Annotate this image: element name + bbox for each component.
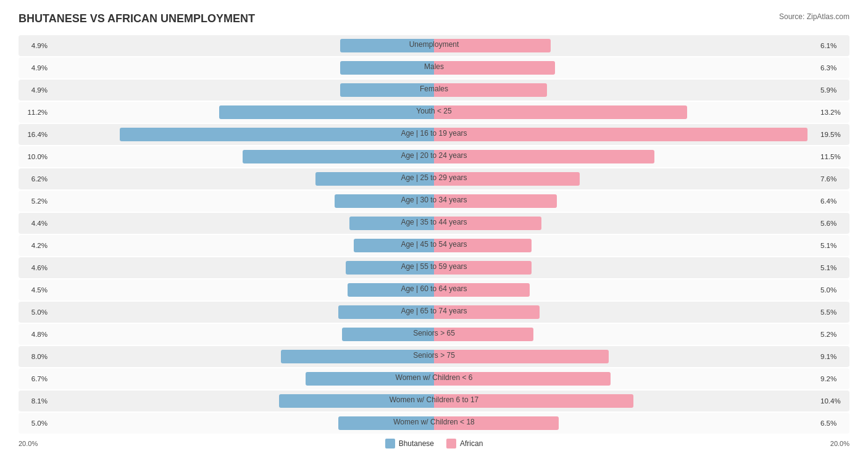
bar-area: Age | 16 to 19 years [51,124,817,145]
pink-bar [434,128,807,141]
half-right [434,57,817,78]
half-left [51,213,434,234]
blue-value: 10.0% [19,153,51,160]
pink-value: 5.6% [817,220,849,227]
blue-value: 5.2% [19,197,51,205]
half-left [51,235,434,256]
blue-value: 11.2% [19,109,51,116]
row-label: Age | 35 to 44 years [401,218,467,226]
half-right [434,168,817,189]
bar-row: 4.2%Age | 45 to 54 years5.1% [19,235,849,256]
row-label: Seniors > 65 [413,329,455,337]
half-left [51,191,434,212]
half-left [51,146,434,167]
half-right [434,80,817,101]
half-right [434,124,817,145]
half-left [51,413,434,434]
half-right [434,413,817,434]
pink-value: 5.1% [817,242,849,249]
blue-value: 4.2% [19,242,51,249]
chart-header: BHUTANESE VS AFRICAN UNEMPLOYMENT Source… [19,12,849,25]
blue-value: 4.9% [19,64,51,72]
pink-value: 5.9% [817,86,849,94]
blue-value: 16.4% [19,131,51,138]
chart-container: BHUTANESE VS AFRICAN UNEMPLOYMENT Source… [19,12,849,448]
row-label: Age | 55 to 59 years [401,262,467,271]
blue-bar [219,105,434,119]
bar-area: Age | 30 to 34 years [51,191,817,212]
bar-row: 4.6%Age | 55 to 59 years5.1% [19,257,849,278]
blue-value: 5.0% [19,308,51,316]
blue-value: 8.1% [19,397,51,405]
row-label: Seniors > 75 [413,351,455,360]
bar-row: 10.0%Age | 20 to 24 years11.5% [19,146,849,167]
blue-bar [281,350,434,363]
bar-area: Unemployment [51,35,817,56]
bar-area: Age | 25 to 29 years [51,168,817,189]
legend-bhutanese-label: Bhutanese [399,439,434,448]
half-left [51,102,434,123]
footer-scale-right: 20.0% [830,440,849,447]
half-left [51,368,434,389]
half-left [51,302,434,323]
bar-area: Women w/ Children < 6 [51,368,817,389]
bar-area: Women w/ Children 6 to 17 [51,391,817,411]
bar-row: 4.4%Age | 35 to 44 years5.6% [19,213,849,234]
bar-area: Seniors > 75 [51,346,817,367]
row-label: Age | 65 to 74 years [401,307,467,315]
half-left [51,80,434,101]
half-right [434,213,817,234]
pink-value: 6.3% [817,64,849,72]
blue-value: 4.5% [19,286,51,294]
row-label: Males [424,62,444,71]
half-left [51,168,434,189]
pink-value: 5.0% [817,286,849,294]
half-left [51,391,434,411]
pink-value: 5.5% [817,308,849,316]
half-right [434,235,817,256]
pink-value: 19.5% [817,131,849,138]
pink-bar [434,105,687,119]
bar-row: 11.2%Youth < 2513.2% [19,102,849,123]
legend: Bhutanese African [38,439,830,448]
legend-bhutanese: Bhutanese [385,439,434,448]
blue-value: 6.7% [19,375,51,382]
row-label: Age | 45 to 54 years [401,240,467,249]
blue-bar [340,61,434,75]
blue-value: 4.9% [19,86,51,94]
bar-row: 16.4%Age | 16 to 19 years19.5% [19,124,849,145]
half-right [434,35,817,56]
bar-area: Males [51,57,817,78]
pink-value: 13.2% [817,109,849,116]
half-left [51,124,434,145]
half-left [51,279,434,300]
bar-row: 4.9%Males6.3% [19,57,849,78]
bar-area: Age | 20 to 24 years [51,146,817,167]
bar-row: 5.2%Age | 30 to 34 years6.4% [19,191,849,212]
half-left [51,257,434,278]
blue-value: 6.2% [19,175,51,183]
bar-row: 5.0%Women w/ Children < 186.5% [19,413,849,434]
row-label: Age | 25 to 29 years [401,173,467,182]
bar-area: Youth < 25 [51,102,817,123]
half-left [51,346,434,367]
pink-value: 7.6% [817,175,849,183]
pink-value: 5.2% [817,331,849,338]
blue-value: 4.8% [19,331,51,338]
bar-area: Age | 35 to 44 years [51,213,817,234]
blue-value: 4.4% [19,220,51,227]
bar-row: 4.5%Age | 60 to 64 years5.0% [19,279,849,300]
row-label: Unemployment [409,40,459,49]
half-left [51,35,434,56]
bar-row: 6.7%Women w/ Children < 69.2% [19,368,849,389]
half-left [51,324,434,345]
pink-value: 6.1% [817,42,849,49]
bar-area: Age | 65 to 74 years [51,302,817,323]
pink-bar [434,83,547,97]
bar-row: 4.9%Females5.9% [19,80,849,101]
bar-area: Females [51,80,817,101]
bar-area: Age | 45 to 54 years [51,235,817,256]
blue-value: 8.0% [19,353,51,360]
bar-row: 4.8%Seniors > 655.2% [19,324,849,345]
chart-source: Source: ZipAtlas.com [779,12,849,21]
